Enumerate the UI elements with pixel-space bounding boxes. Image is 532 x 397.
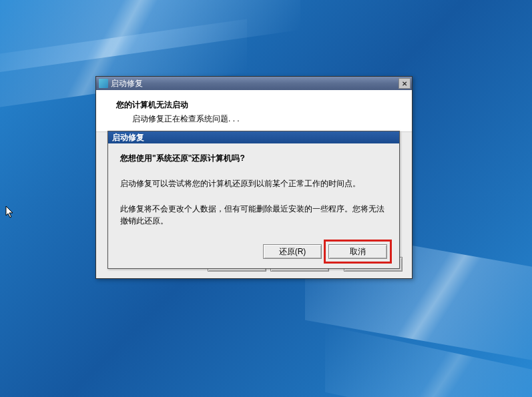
window-titlebar[interactable]: 启动修复 ✕	[96, 77, 412, 90]
dialog-cancel-button[interactable]: 取消	[328, 244, 387, 259]
dialog-paragraph-1: 启动修复可以尝试将您的计算机还原到以前某个正常工作的时间点。	[120, 177, 387, 189]
close-icon: ✕	[402, 80, 407, 87]
highlight-annotation: 取消	[324, 240, 392, 264]
system-restore-dialog: 启动修复 您想使用"系统还原"还原计算机吗? 启动修复可以尝试将您的计算机还原到…	[107, 131, 400, 269]
dialog-title: 启动修复	[112, 132, 144, 143]
dialog-body: 您想使用"系统还原"还原计算机吗? 启动修复可以尝试将您的计算机还原到以前某个正…	[108, 143, 399, 268]
close-button[interactable]: ✕	[398, 78, 411, 89]
main-content-area: 您的计算机无法启动 启动修复正在检查系统问题. . .	[96, 90, 412, 131]
main-heading: 您的计算机无法启动	[116, 99, 392, 111]
restore-button[interactable]: 还原(R)	[263, 244, 322, 259]
window-icon	[99, 79, 108, 88]
window-title: 启动修复	[111, 78, 143, 89]
dialog-button-row: 还原(R) 取消	[120, 240, 387, 259]
main-subtext: 启动修复正在检查系统问题. . .	[116, 113, 392, 125]
dialog-titlebar[interactable]: 启动修复	[108, 131, 399, 143]
dialog-heading: 您想使用"系统还原"还原计算机吗?	[120, 153, 387, 164]
dialog-paragraph-2: 此修复将不会更改个人数据，但有可能删除最近安装的一些程序。您将无法撤销此还原。	[120, 203, 387, 227]
